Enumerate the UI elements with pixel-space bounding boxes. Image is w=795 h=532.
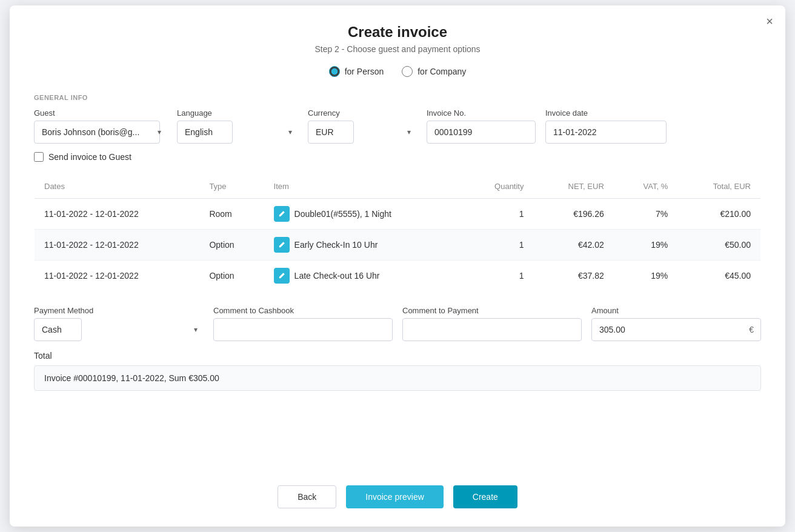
for-company-radio[interactable] <box>402 66 413 77</box>
language-label: Language <box>177 108 298 118</box>
row-dates: 11-01-2022 - 12-01-2022 <box>35 261 200 291</box>
comment-cashbook-input[interactable] <box>213 318 393 341</box>
invoice-type-group: for Person for Company <box>34 66 761 77</box>
invoice-no-input[interactable] <box>427 121 536 144</box>
row-net: €37.82 <box>533 261 613 291</box>
currency-symbol: € <box>749 325 754 334</box>
row-quantity: 1 <box>463 199 534 230</box>
row-net: €42.02 <box>533 230 613 261</box>
guest-label: Guest <box>34 108 167 118</box>
invoice-date-input[interactable] <box>545 121 667 144</box>
currency-label: Currency <box>308 108 417 118</box>
row-total: €50.00 <box>677 230 760 261</box>
invoice-no-label: Invoice No. <box>427 108 536 118</box>
payment-row: Payment Method Cash Comment to Cashbook … <box>34 306 761 341</box>
invoice-no-group: Invoice No. <box>427 108 536 144</box>
currency-select[interactable]: EUR <box>308 121 354 144</box>
invoice-date-label: Invoice date <box>545 108 667 118</box>
row-vat: 19% <box>614 261 677 291</box>
col-dates: Dates <box>35 175 200 199</box>
col-item: Item <box>264 175 463 199</box>
row-type: Option <box>199 261 264 291</box>
amount-wrapper: € <box>591 318 761 341</box>
edit-icon[interactable] <box>274 268 290 284</box>
row-type: Option <box>199 230 264 261</box>
payment-method-label: Payment Method <box>34 306 204 315</box>
create-invoice-modal: × Create invoice Step 2 - Choose guest a… <box>10 5 785 527</box>
footer-buttons: Back Invoice preview Create <box>34 473 761 508</box>
total-section: Total Invoice #00010199, 11-01-2022, Sum… <box>34 351 761 391</box>
row-total: €210.00 <box>677 199 760 230</box>
row-dates: 11-01-2022 - 12-01-2022 <box>35 199 200 230</box>
row-total: €45.00 <box>677 261 760 291</box>
col-total: Total, EUR <box>677 175 760 199</box>
amount-input[interactable] <box>591 318 761 341</box>
row-item: Double01(#5555), 1 Night <box>264 199 463 230</box>
invoice-preview-button[interactable]: Invoice preview <box>346 485 444 508</box>
modal-subtitle: Step 2 - Choose guest and payment option… <box>34 44 761 54</box>
guest-select-wrapper: Boris Johnson (boris@g... <box>34 121 167 144</box>
item-name: Early Check-In 10 Uhr <box>294 240 378 250</box>
row-net: €196.26 <box>533 199 613 230</box>
for-person-label: for Person <box>345 67 384 76</box>
edit-icon[interactable] <box>274 206 290 222</box>
col-net: NET, EUR <box>533 175 613 199</box>
table-row: 11-01-2022 - 12-01-2022 Option Late Chec… <box>35 261 761 291</box>
language-select-wrapper: English <box>177 121 298 144</box>
edit-icon[interactable] <box>274 237 290 253</box>
comment-cashbook-group: Comment to Cashbook <box>213 306 393 341</box>
modal-title: Create invoice <box>34 24 761 41</box>
comment-payment-input[interactable] <box>402 318 582 341</box>
back-button[interactable]: Back <box>278 485 336 508</box>
total-value: Invoice #00010199, 11-01-2022, Sum €305.… <box>34 365 761 391</box>
table-row: 11-01-2022 - 12-01-2022 Room Double01(#5… <box>35 199 761 230</box>
for-person-radio[interactable] <box>329 66 340 77</box>
comment-cashbook-label: Comment to Cashbook <box>213 306 393 315</box>
send-invoice-row: Send invoice to Guest <box>34 152 761 162</box>
row-dates: 11-01-2022 - 12-01-2022 <box>35 230 200 261</box>
table-row: 11-01-2022 - 12-01-2022 Option Early Che… <box>35 230 761 261</box>
col-type: Type <box>199 175 264 199</box>
row-item: Early Check-In 10 Uhr <box>264 230 463 261</box>
comment-payment-label: Comment to Payment <box>402 306 582 315</box>
payment-method-select[interactable]: Cash <box>34 318 82 341</box>
payment-method-group: Payment Method Cash <box>34 306 204 341</box>
total-label: Total <box>34 351 761 361</box>
amount-group: Amount € <box>591 306 761 341</box>
invoice-date-group: Invoice date <box>545 108 667 144</box>
item-name: Late Check-out 16 Uhr <box>294 271 380 281</box>
close-button[interactable]: × <box>766 15 773 27</box>
row-item: Late Check-out 16 Uhr <box>264 261 463 291</box>
row-quantity: 1 <box>463 261 534 291</box>
general-info-row: Guest Boris Johnson (boris@g... Language… <box>34 108 761 144</box>
currency-select-wrapper: EUR <box>308 121 417 144</box>
guest-select[interactable]: Boris Johnson (boris@g... <box>34 121 160 144</box>
send-invoice-label[interactable]: Send invoice to Guest <box>48 152 131 162</box>
language-select[interactable]: English <box>177 121 233 144</box>
currency-group: Currency EUR <box>308 108 417 144</box>
for-company-label: for Company <box>417 67 466 76</box>
row-vat: 19% <box>614 230 677 261</box>
send-invoice-checkbox[interactable] <box>34 152 44 162</box>
col-vat: VAT, % <box>614 175 677 199</box>
amount-label: Amount <box>591 306 761 315</box>
guest-group: Guest Boris Johnson (boris@g... <box>34 108 167 144</box>
for-person-option[interactable]: for Person <box>329 66 384 77</box>
general-info-section-label: GENERAL INFO <box>34 94 761 101</box>
create-button[interactable]: Create <box>453 485 517 508</box>
for-company-option[interactable]: for Company <box>402 66 466 77</box>
item-name: Double01(#5555), 1 Night <box>294 209 391 219</box>
items-table: Dates Type Item Quantity NET, EUR VAT, %… <box>34 174 761 291</box>
row-quantity: 1 <box>463 230 534 261</box>
payment-method-select-wrapper: Cash <box>34 318 204 341</box>
language-group: Language English <box>177 108 298 144</box>
comment-payment-group: Comment to Payment <box>402 306 582 341</box>
row-type: Room <box>199 199 264 230</box>
col-quantity: Quantity <box>463 175 534 199</box>
row-vat: 7% <box>614 199 677 230</box>
